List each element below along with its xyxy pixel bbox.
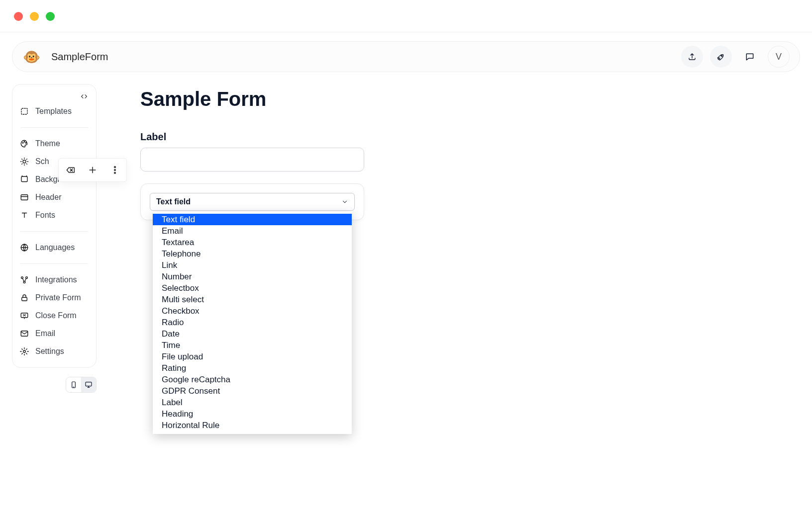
svg-point-18 <box>114 172 116 174</box>
code-icon <box>80 92 88 100</box>
templates-icon <box>19 106 29 116</box>
svg-point-15 <box>23 350 26 353</box>
field-type-option[interactable]: Heading <box>153 408 352 420</box>
field-type-select[interactable]: Text field <box>150 193 355 211</box>
svg-point-2 <box>22 143 23 144</box>
gear-icon <box>19 346 29 356</box>
sidebar-item-close-form[interactable]: Close Form <box>18 307 90 325</box>
window-traffic-lights <box>0 0 812 32</box>
svg-point-16 <box>114 167 116 168</box>
sidebar-divider <box>20 263 88 264</box>
monkey-icon: 🐵 <box>23 49 40 65</box>
field-type-option[interactable]: Textarea <box>153 237 352 248</box>
sidebar-item-label: Languages <box>35 243 75 252</box>
upload-icon <box>688 52 697 61</box>
avatar-initial: V <box>776 52 782 62</box>
field-type-option[interactable]: Rating <box>153 362 352 374</box>
field-type-option[interactable]: Telephone <box>153 248 352 259</box>
sidebar-item-header[interactable]: Header <box>18 188 90 206</box>
sidebar-item-integrations[interactable]: Integrations <box>18 271 90 289</box>
titlebar-divider <box>0 32 812 32</box>
sidebar-item-private-form[interactable]: Private Form <box>18 289 90 307</box>
svg-rect-12 <box>22 297 27 301</box>
field-type-option[interactable]: Radio <box>153 317 352 328</box>
chevron-down-icon <box>341 198 348 205</box>
field-type-option[interactable]: Google reCaptcha <box>153 374 352 385</box>
field-type-option[interactable]: Number <box>153 271 352 282</box>
launch-button[interactable] <box>710 46 732 68</box>
close-form-icon <box>19 311 29 321</box>
account-avatar[interactable]: V <box>768 46 790 68</box>
svg-rect-20 <box>86 382 92 386</box>
app-logo: 🐵 <box>22 48 40 66</box>
sidebar-item-templates[interactable]: Templates <box>18 102 90 120</box>
svg-rect-6 <box>21 176 27 182</box>
delete-field-button[interactable] <box>63 163 77 177</box>
field-more-button[interactable] <box>108 163 122 177</box>
sidebar-item-email[interactable]: Email <box>18 325 90 343</box>
form-name: SampleForm <box>51 51 108 63</box>
mobile-view-button[interactable] <box>66 377 81 392</box>
field-type-card: Text field Text fieldEmailTextareaTeleph… <box>140 183 364 220</box>
code-view-toggle[interactable] <box>78 90 90 102</box>
window-maximize-button[interactable] <box>46 12 55 21</box>
sidebar-item-label: Sch <box>35 157 49 166</box>
field-type-option[interactable]: GDPR Consent <box>153 385 352 397</box>
share-button[interactable] <box>681 46 703 68</box>
sidebar-item-label: Email <box>35 329 55 338</box>
sidebar-item-theme[interactable]: Theme <box>18 135 90 153</box>
field-type-option[interactable]: Date <box>153 328 352 340</box>
header-icon <box>19 192 29 202</box>
sidebar-item-label: Fonts <box>35 211 55 220</box>
palette-icon <box>19 139 29 149</box>
add-field-button[interactable] <box>86 163 100 177</box>
svg-point-0 <box>721 55 722 56</box>
header-actions: V <box>681 46 790 68</box>
svg-point-17 <box>114 170 116 171</box>
field-type-dropdown: Text fieldEmailTextareaTelephoneLinkNumb… <box>153 212 352 434</box>
svg-point-5 <box>23 160 26 163</box>
lock-icon <box>19 293 29 303</box>
field-type-option[interactable]: Time <box>153 340 352 351</box>
sidebar-item-label: Settings <box>35 347 64 356</box>
field-type-option[interactable]: File upload <box>153 351 352 362</box>
svg-point-3 <box>24 142 25 143</box>
field-type-option[interactable]: Label <box>153 397 352 408</box>
mobile-icon <box>70 381 78 389</box>
desktop-view-button[interactable] <box>81 377 96 392</box>
field-type-option[interactable]: Multi select <box>153 294 352 305</box>
field-type-option[interactable]: Link <box>153 259 352 271</box>
svg-rect-1 <box>21 108 27 114</box>
comments-button[interactable] <box>739 46 761 68</box>
sidebar-item-fonts[interactable]: Fonts <box>18 206 90 224</box>
field-input[interactable] <box>140 148 364 172</box>
chat-icon <box>745 52 755 62</box>
field-type-option[interactable]: Email <box>153 225 352 237</box>
field-type-option[interactable]: Text field <box>153 214 352 225</box>
svg-point-4 <box>25 143 26 144</box>
select-current-value: Text field <box>156 197 191 206</box>
sidebar-divider <box>20 127 88 128</box>
field-label: Label <box>140 131 379 143</box>
field-type-option[interactable]: Selectbox <box>153 282 352 294</box>
fonts-icon <box>19 210 29 220</box>
sidebar-item-label: Integrations <box>35 275 77 284</box>
mail-icon <box>19 329 29 339</box>
sidebar-item-settings[interactable]: Settings <box>18 343 90 360</box>
field-type-option[interactable]: Horizontal Rule <box>153 420 352 431</box>
window-close-button[interactable] <box>14 12 23 21</box>
window-minimize-button[interactable] <box>30 12 39 21</box>
integrations-icon <box>19 275 29 285</box>
viewport-toggle <box>12 377 97 393</box>
field-type-option[interactable]: Checkbox <box>153 305 352 317</box>
sun-icon <box>19 157 29 167</box>
sidebar-item-languages[interactable]: Languages <box>18 239 90 257</box>
globe-icon <box>19 243 29 253</box>
sidebar-item-label: Theme <box>35 139 60 148</box>
rocket-icon <box>716 52 725 61</box>
sidebar-divider <box>20 231 88 232</box>
form-canvas: Sample Form Label Text field Text fieldE… <box>140 84 379 393</box>
row-context-toolbar <box>58 158 127 182</box>
plus-icon <box>88 165 98 175</box>
svg-rect-7 <box>21 195 28 200</box>
